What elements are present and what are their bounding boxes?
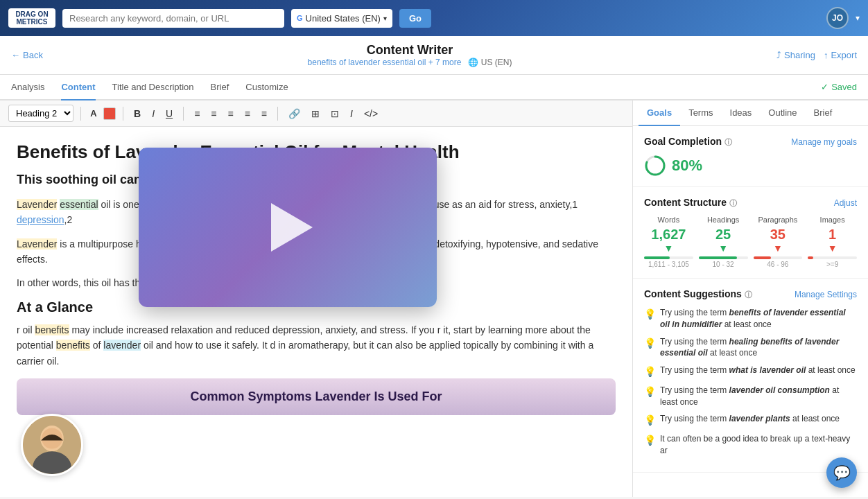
go-button[interactable]: Go — [399, 9, 431, 28]
main-layout: Heading 2 A B I U ≡ ≡ ≡ ≡ ≡ 🔗 ⊞ ⊡ I </> — [0, 100, 868, 497]
paragraphs-arrow: ▼ — [754, 243, 803, 254]
bold-button[interactable]: B — [130, 106, 144, 121]
right-panel: Goals Terms Ideas Outline Brief Goal Com… — [632, 100, 868, 497]
panel-tab-ideas[interactable]: Ideas — [722, 100, 761, 126]
images-progress-bar — [808, 256, 857, 259]
chevron-down-icon: ▾ — [383, 15, 387, 22]
chevron-icon: ▾ — [856, 13, 860, 23]
logo-line2: METRICS — [17, 18, 48, 26]
goal-completion-section: Goal Completion ⓘ Manage my goals 80% — [633, 126, 868, 187]
align-left-button[interactable]: ≡ — [191, 106, 203, 121]
chat-icon: 💬 — [833, 464, 851, 481]
content-structure-section: Content Structure ⓘ Adjust Words 1,627 ▼… — [633, 187, 868, 279]
back-button[interactable]: ← Back — [11, 50, 43, 60]
color-swatch[interactable] — [103, 107, 116, 120]
headings-value: 25 — [699, 227, 748, 243]
tab-title-description[interactable]: Title and Description — [112, 75, 194, 100]
section-header-suggestions: Content Suggestions ⓘ Manage Settings — [644, 288, 857, 300]
toolbar-separator-3 — [183, 107, 184, 121]
infographic-title: Common Symptoms Lavender Is Used For — [28, 389, 605, 404]
words-progress-bar — [644, 256, 693, 259]
words-progress-fill — [644, 256, 670, 259]
sharing-button[interactable]: ⤴ Sharing — [776, 50, 815, 60]
chat-button[interactable]: 💬 — [826, 457, 857, 488]
images-arrow: ▼ — [808, 243, 857, 254]
headings-label: Headings — [699, 216, 748, 224]
table-button[interactable]: ⊞ — [308, 106, 323, 121]
link-button[interactable]: 🔗 — [285, 106, 304, 121]
suggestion-2: 💡 Try using the term healing benefits of… — [644, 336, 857, 360]
code-button[interactable]: </> — [361, 106, 381, 121]
sub-header: ← Back Content Writer benefits of lavend… — [0, 36, 868, 75]
font-color-label: A — [90, 108, 96, 119]
tab-analysis[interactable]: Analysis — [11, 75, 44, 100]
suggestion-icon-5: 💡 — [644, 414, 656, 428]
align-right-button[interactable]: ≡ — [224, 106, 236, 121]
main-tabs: Analysis Content Title and Description B… — [0, 75, 868, 100]
structure-paragraphs: Paragraphs 35 ▼ 46 - 96 — [754, 216, 803, 268]
goal-percent: 80% — [672, 157, 702, 175]
adjust-link[interactable]: Adjust — [834, 198, 857, 208]
saved-badge: ✓ Saved — [821, 82, 857, 92]
avatar[interactable]: JO — [826, 7, 849, 29]
export-button[interactable]: ↑ Export — [824, 50, 857, 60]
country-select[interactable]: G United States (EN) ▾ — [291, 9, 392, 28]
underline-button[interactable]: U — [162, 106, 176, 121]
align-center-button[interactable]: ≡ — [207, 106, 220, 121]
toolbar-separator-1 — [80, 107, 81, 121]
content-structure-title: Content Structure ⓘ — [644, 197, 737, 209]
color-picker-icon[interactable]: A — [88, 108, 99, 119]
top-navigation: DRAG ON METRICS G United States (EN) ▾ G… — [0, 0, 868, 36]
structure-words: Words 1,627 ▼ 1,611 - 3,105 — [644, 216, 693, 268]
italic2-button[interactable]: I — [347, 106, 356, 121]
info-icon-suggestions[interactable]: ⓘ — [745, 290, 752, 299]
words-range: 1,611 - 3,105 — [644, 261, 693, 268]
suggestion-1: 💡 Try using the term benefits of lavende… — [644, 307, 857, 331]
suggestion-icon-4: 💡 — [644, 385, 656, 399]
panel-tab-terms[interactable]: Terms — [680, 100, 721, 126]
suggestion-icon-1: 💡 — [644, 308, 656, 322]
structure-images: Images 1 ▼ >=9 — [808, 216, 857, 268]
content-suggestions-section: Content Suggestions ⓘ Manage Settings 💡 … — [633, 279, 868, 473]
video-overlay[interactable] — [139, 148, 437, 307]
suggestion-icon-6: 💡 — [644, 434, 656, 448]
images-label: Images — [808, 216, 857, 224]
goal-completion-display: 80% — [644, 155, 857, 177]
info-icon-goals[interactable]: ⓘ — [724, 138, 732, 146]
structure-headings: Headings 25 ▼ 10 - 32 — [699, 216, 748, 268]
tab-customize[interactable]: Customize — [245, 75, 288, 100]
unordered-list-button[interactable]: ≡ — [258, 106, 270, 121]
panel-tab-goals[interactable]: Goals — [639, 100, 680, 126]
panel-tab-outline[interactable]: Outline — [760, 100, 805, 126]
panel-tab-brief[interactable]: Brief — [806, 100, 841, 126]
suggestion-icon-3: 💡 — [644, 365, 656, 379]
tab-brief[interactable]: Brief — [211, 75, 229, 100]
image-button[interactable]: ⊡ — [327, 106, 342, 121]
suggestion-6: 💡 It can often be a good idea to break u… — [644, 433, 857, 457]
check-icon: ✓ — [821, 82, 828, 92]
images-progress-fill — [808, 256, 813, 259]
italic-button[interactable]: I — [148, 106, 158, 121]
play-button-icon[interactable] — [271, 203, 313, 252]
manage-settings-link[interactable]: Manage Settings — [795, 290, 857, 299]
share-icon: ⤴ — [776, 50, 781, 60]
editor-toolbar: Heading 2 A B I U ≡ ≡ ≡ ≡ ≡ 🔗 ⊞ ⊡ I </> — [0, 100, 632, 127]
sub-header-actions: ⤴ Sharing ↑ Export — [776, 50, 857, 60]
paragraphs-value: 35 — [754, 227, 803, 243]
paragraphs-progress-bar — [754, 256, 803, 259]
suggestion-4: 💡 Try using the term lavender oil consum… — [644, 385, 857, 408]
editor-content[interactable]: Benefits of Lavender Essential Oil for M… — [0, 127, 632, 497]
manage-goals-link[interactable]: Manage my goals — [791, 137, 857, 147]
headings-range: 10 - 32 — [699, 261, 748, 268]
sub-header-center: Content Writer benefits of lavender esse… — [49, 43, 771, 67]
ordered-list-button[interactable]: ≡ — [241, 106, 254, 121]
images-range: >=9 — [808, 261, 857, 268]
suggestion-5: 💡 Try using the term lavender plants at … — [644, 413, 857, 428]
section-header-goals: Goal Completion ⓘ Manage my goals — [644, 136, 857, 148]
tab-content[interactable]: Content — [61, 75, 95, 100]
words-label: Words — [644, 216, 693, 224]
search-input[interactable] — [62, 9, 284, 28]
info-icon-structure[interactable]: ⓘ — [729, 199, 737, 207]
heading-select[interactable]: Heading 2 — [8, 105, 73, 122]
goal-completion-title: Goal Completion ⓘ — [644, 136, 732, 148]
